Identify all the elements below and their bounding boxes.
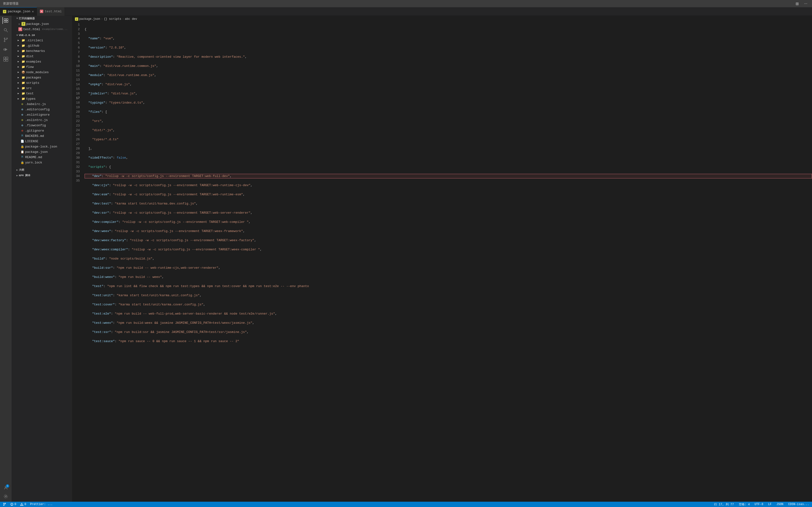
- tree-item-editorconfig[interactable]: ⚙ .editorconfig: [12, 107, 72, 112]
- search-icon[interactable]: [2, 27, 9, 34]
- tree-item-readme[interactable]: M README.md: [12, 155, 72, 160]
- tree-item-babelrc[interactable]: ⚙ .babelrc.js: [12, 101, 72, 107]
- npm-scripts-section[interactable]: ▶ NPM 脚本: [12, 173, 72, 178]
- package-json-tree-label: package.json: [25, 150, 48, 154]
- tab-label-package-json: package.json: [8, 10, 31, 13]
- folder-arrow-github: ▶: [16, 44, 20, 48]
- svg-point-18: [4, 505, 4, 506]
- circleci-label: .circleci: [26, 39, 43, 42]
- line-19: "dev:esm": "rollup -w -c scripts/config.…: [85, 192, 812, 197]
- tree-item-eslintignore[interactable]: ⚙ .eslintignore: [12, 112, 72, 117]
- tree-item-package-lock[interactable]: 🔒 package-lock.json: [12, 144, 72, 149]
- breadcrumb-part2: {} scripts: [104, 17, 121, 21]
- branch-info-status[interactable]: CDSN-isas...: [788, 502, 810, 507]
- test-label: test: [26, 92, 34, 95]
- open-editors-section[interactable]: ▼ 打开的编辑器: [12, 16, 72, 21]
- tree-item-examples[interactable]: ▶ 📁 examples: [12, 59, 72, 64]
- eslintignore-icon: ⚙: [20, 113, 24, 117]
- line-24: "dev:weex:factory": "rollup -w -c script…: [85, 238, 812, 243]
- folder-arrow-flow: ▶: [16, 65, 20, 69]
- split-editor-button[interactable]: ⊞: [794, 0, 800, 7]
- editor-content[interactable]: 12345 678910 1112131415 1617181920 21222…: [72, 22, 812, 502]
- line-13: "types/*.d.ts": [85, 137, 812, 142]
- line-22: "dev:compiler": "rollup -w -c scripts/co…: [85, 220, 812, 224]
- tab-package-json[interactable]: J package.json ✕: [0, 7, 37, 16]
- eslintrc-label: .eslintrc.js: [25, 118, 48, 122]
- open-editor-package-json[interactable]: ✕ J package.json: [12, 21, 72, 26]
- breadcrumb-file-icon: J: [75, 17, 78, 21]
- accounts-icon[interactable]: 1: [2, 484, 9, 491]
- tree-item-backers[interactable]: M BACKERS.md: [12, 133, 72, 138]
- tab-close-package-json[interactable]: ✕: [32, 10, 34, 13]
- test-html-icon: H: [18, 27, 22, 31]
- svg-line-5: [6, 31, 8, 32]
- eslintrc-icon: ⚙: [20, 118, 24, 122]
- line-26: "build": "node scripts/build.js",: [85, 257, 812, 261]
- tree-item-github[interactable]: ▶ 📁 .github: [12, 43, 72, 48]
- tree-item-gitignore[interactable]: ⚙ .gitignore: [12, 128, 72, 133]
- tree-item-flowconfig[interactable]: ⚙ .flowconfig: [12, 123, 72, 128]
- tree-item-package-json[interactable]: 📋 package.json: [12, 149, 72, 155]
- svg-rect-11: [4, 57, 6, 59]
- sidebar-panel: ▼ 打开的编辑器 ✕ J package.json H test.html ex…: [12, 16, 72, 502]
- branch-info-label: CDSN-isas...: [788, 503, 809, 506]
- tree-item-dist[interactable]: ▶ 📁 dist: [12, 54, 72, 59]
- project-section[interactable]: ▼ VUE-2.6.10: [12, 33, 72, 38]
- backers-icon: M: [20, 134, 24, 138]
- spaces-status[interactable]: 空格: 4: [738, 502, 751, 507]
- tree-item-test[interactable]: ▶ 📁 test: [12, 91, 72, 96]
- errors-status[interactable]: 0: [9, 502, 17, 507]
- npm-scripts-chevron: ▶: [16, 174, 18, 177]
- open-editor-test-html[interactable]: H test.html examples/comm...: [12, 26, 72, 32]
- activity-bar: 1: [0, 16, 12, 502]
- line-34: "test:ssr": "npm run build:ssr && jasmin…: [85, 330, 812, 334]
- readme-label: README.md: [25, 156, 42, 159]
- line-23: "dev:weex": "rollup -w -c scripts/config…: [85, 229, 812, 233]
- debug-icon[interactable]: [2, 46, 9, 53]
- flow-label: flow: [26, 65, 34, 69]
- test-html-path: examples/comm...: [42, 28, 68, 31]
- source-control-icon[interactable]: [2, 37, 9, 43]
- tab-test-html[interactable]: H test.html: [37, 7, 65, 16]
- warnings-status[interactable]: 0: [19, 502, 27, 507]
- svg-point-19: [5, 503, 6, 504]
- folder-arrow-src: ▶: [16, 86, 20, 90]
- tree-item-circleci[interactable]: ▶ 📁 .circleci: [12, 38, 72, 43]
- backers-label: BACKERS.md: [25, 134, 44, 138]
- line-col-status[interactable]: 行 17, 列 77: [713, 502, 735, 507]
- close-icon-package[interactable]: ✕: [18, 22, 20, 25]
- tree-item-license[interactable]: 📄 LICENSE: [12, 138, 72, 144]
- language-status[interactable]: JSON: [775, 502, 784, 507]
- tree-item-node-modules[interactable]: ▶ 📦 node_modules: [12, 69, 72, 75]
- tree-item-flow[interactable]: ▶ 📁 flow: [12, 64, 72, 69]
- line-25: "dev:weex:compiler": "rollup -w -c scrip…: [85, 247, 812, 252]
- line-29: "test": "npm run lint && flow check && n…: [85, 284, 812, 288]
- outline-chevron: ▶: [16, 169, 18, 171]
- line-18: "dev:cjs": "rollup -w -c scripts/config.…: [85, 183, 812, 187]
- tree-item-scripts[interactable]: ▶ 📁 scripts: [12, 80, 72, 86]
- tree-item-types[interactable]: ▶ 📁 types: [12, 96, 72, 101]
- tree-item-packages[interactable]: ▶ 📁 packages: [12, 75, 72, 80]
- code-area[interactable]: { "name": "vue", "version": "2.6.10", "d…: [84, 22, 812, 502]
- prettier-status[interactable]: Prettier: ...: [29, 502, 54, 507]
- tree-item-src[interactable]: ▶ 📁 src: [12, 86, 72, 91]
- explorer-icon[interactable]: [2, 17, 9, 24]
- outline-section[interactable]: ▶ 大纲: [12, 167, 72, 173]
- encoding-status[interactable]: UTF-8: [754, 502, 764, 507]
- tree-item-eslintrc[interactable]: ⚙ .eslintrc.js: [12, 117, 72, 123]
- tree-item-benchmarks[interactable]: ▶ 📁 benchmarks: [12, 48, 72, 54]
- git-branch-status[interactable]: [2, 502, 7, 507]
- line-ending-status[interactable]: LF: [767, 502, 772, 507]
- settings-icon[interactable]: [2, 493, 9, 500]
- folder-arrow-node-modules: ▶: [16, 70, 20, 74]
- flowconfig-label: .flowconfig: [25, 124, 46, 127]
- extensions-icon[interactable]: [2, 56, 9, 62]
- folder-arrow-benchmarks: ▶: [16, 49, 20, 53]
- line-ending-label: LF: [768, 503, 771, 506]
- notification-badge: 1: [6, 484, 9, 488]
- more-actions-button[interactable]: ···: [802, 0, 809, 7]
- line-numbers: 12345 678910 1112131415 1617181920 21222…: [72, 22, 84, 502]
- babelrc-icon: ⚙: [20, 102, 24, 106]
- dist-folder-icon: 📁: [21, 54, 25, 58]
- tree-item-yarn-lock[interactable]: 🔒 yarn.lock: [12, 160, 72, 165]
